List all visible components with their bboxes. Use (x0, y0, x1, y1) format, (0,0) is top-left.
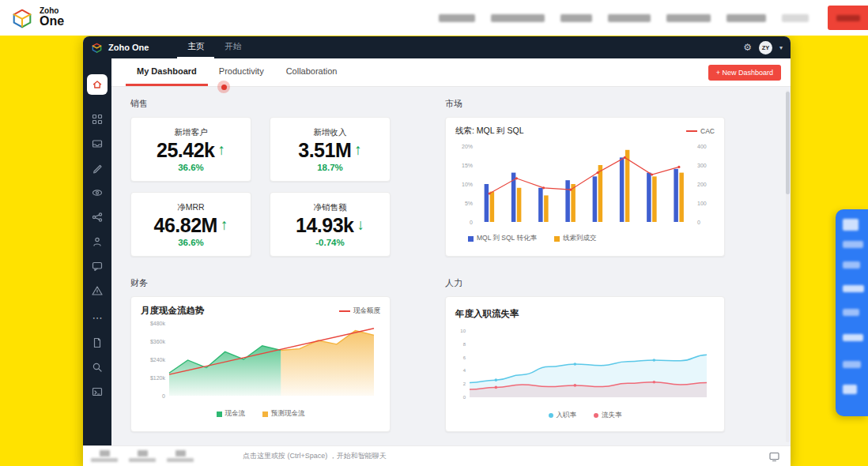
new-dashboard-button[interactable]: + New Dashboard (708, 65, 781, 81)
sidebar-item-views[interactable] (86, 181, 108, 204)
kpi-label: 净MRR (177, 202, 204, 213)
legend-dot-red (594, 413, 598, 418)
hr-chart-card[interactable]: 年度入职流失率 1086420 入职率 流失率 (445, 296, 725, 432)
sidebar-item-console[interactable] (86, 380, 108, 403)
kpi-delta: -0.74% (315, 238, 344, 247)
gear-icon[interactable]: ⚙ (743, 43, 752, 52)
pen-icon (92, 163, 103, 174)
redacted-panel-item (843, 361, 861, 368)
kpi-value: 46.82M (154, 214, 217, 237)
sidebar-item-chat[interactable] (86, 254, 108, 277)
arrow-down-icon: ↓ (357, 216, 364, 234)
kpi-card-new-revenue[interactable]: 新增收入 3.51M↑ 18.7% (270, 117, 391, 182)
kpi-value: 14.93k (296, 214, 353, 237)
file-icon (92, 337, 103, 348)
zoho-one-app-window: Zoho One 主页 开始 ⚙ ZY ▾ (83, 36, 791, 466)
hr-legend: 入职率 流失率 (455, 411, 715, 420)
chat-window-icon[interactable] (769, 451, 779, 465)
redacted-chat-tab[interactable] (129, 450, 156, 462)
marketing-chart-card[interactable]: 线索: MQL 到 SQL CAC 05%10%15%20%0100200300… (445, 117, 725, 257)
redacted-panel-item (843, 385, 857, 394)
hr-line-chart: 1086420 (455, 325, 716, 407)
redacted-chat-tab[interactable] (91, 450, 118, 462)
brand-text: Zoho One (40, 7, 64, 28)
svg-text:$360k: $360k (150, 339, 166, 344)
share-network-icon (92, 212, 103, 223)
redacted-nav-item[interactable] (491, 14, 545, 22)
tab-collaboration[interactable]: Collaboration (275, 58, 349, 86)
legend-label: 预测现金流 (271, 409, 305, 419)
redacted-cta-label (836, 15, 860, 21)
svg-text:4: 4 (463, 368, 466, 373)
app-logo-icon (91, 42, 103, 54)
finance-area-chart: $480k$360k$240k$120k0 (141, 317, 382, 405)
marketing-legend: MQL 到 SQL 转化率 线索到成交 (468, 234, 715, 243)
dashboard-main: My Dashboard Productivity Collaboration … (111, 58, 791, 445)
legend-label: 线索到成交 (563, 234, 597, 243)
tab-productivity[interactable]: Productivity (208, 58, 275, 86)
kpi-label: 新增客户 (175, 127, 208, 138)
svg-text:10%: 10% (462, 182, 473, 187)
redacted-chat-tab[interactable] (167, 450, 194, 462)
redacted-nav-item[interactable] (560, 14, 592, 22)
sidebar-item-inbox[interactable] (86, 132, 108, 155)
svg-text:$480k: $480k (150, 321, 166, 326)
legend-label: 入职率 (557, 411, 577, 420)
blue-side-panel-redacted[interactable] (836, 209, 868, 416)
kpi-delta: 18.7% (317, 163, 343, 172)
sidebar-item-alerts[interactable] (86, 279, 108, 302)
legend-label: 流失率 (602, 411, 622, 420)
redacted-cta-button[interactable] (828, 6, 868, 30)
svg-text:0: 0 (470, 220, 473, 225)
legend-swatch-yellow (262, 412, 268, 417)
legend-swatch-yellow (554, 236, 560, 242)
svg-text:20%: 20% (462, 144, 473, 149)
site-header: Zoho One (0, 0, 868, 36)
redacted-nav-item[interactable] (782, 14, 809, 22)
sidebar-item-search[interactable] (86, 355, 108, 378)
sidebar-item-network[interactable] (86, 205, 108, 228)
svg-text:300: 300 (697, 163, 707, 168)
sidebar-item-people[interactable] (86, 230, 108, 253)
redacted-nav-item[interactable] (666, 14, 711, 22)
chevron-down-icon[interactable]: ▾ (779, 44, 783, 51)
finance-chart-card[interactable]: 月度现金流趋势 现金额度 $480k$360k$240k$120k0 现金流 预… (130, 296, 391, 432)
redacted-nav-item[interactable] (726, 14, 766, 22)
app-name: Zoho One (108, 43, 149, 52)
tab-my-dashboard[interactable]: My Dashboard (126, 58, 208, 86)
svg-text:0: 0 (162, 393, 165, 399)
cac-line-swatch (686, 130, 697, 132)
sidebar-item-home[interactable] (87, 74, 108, 95)
svg-text:5%: 5% (465, 201, 473, 206)
zoho-one-brand[interactable]: Zoho One (10, 6, 64, 30)
sidebar-item-compose[interactable] (86, 156, 108, 179)
titlebar-tabs: 主页 开始 (177, 36, 251, 58)
cac-legend-label: CAC (700, 127, 715, 135)
redacted-panel-item (843, 309, 859, 316)
svg-text:$240k: $240k (150, 357, 166, 363)
smart-chat-bar: 点击这里或按 (Ctrl+Space) ，开始和智能聊天 (83, 445, 791, 466)
titlebar-tab-home[interactable]: 主页 (177, 36, 214, 58)
site-nav-redacted (439, 0, 868, 36)
kpi-card-net-sales[interactable]: 净销售额 14.93k↓ -0.74% (270, 192, 391, 257)
eye-icon (92, 187, 103, 198)
kpi-card-net-mrr[interactable]: 净MRR 46.82M↑ 36.6% (130, 192, 251, 257)
brand-one: One (40, 15, 64, 28)
sidebar-more-button[interactable]: ⋯ (92, 313, 103, 323)
kpi-value: 3.51M (298, 139, 351, 162)
sidebar-item-documents[interactable] (86, 331, 108, 354)
chat-input[interactable]: 点击这里或按 (Ctrl+Space) ，开始和智能聊天 (243, 451, 387, 461)
redacted-nav-item[interactable] (608, 14, 651, 22)
kpi-delta: 36.6% (178, 238, 204, 247)
redacted-nav-item[interactable] (439, 14, 475, 22)
dashboard-tab-bar: My Dashboard Productivity Collaboration … (111, 58, 791, 87)
sidebar-item-apps[interactable] (86, 107, 108, 130)
kpi-delta: 36.6% (178, 163, 204, 172)
redacted-panel-item (843, 241, 863, 248)
user-avatar[interactable]: ZY (759, 41, 772, 54)
terminal-icon (92, 386, 103, 397)
titlebar-tab-start[interactable]: 开始 (214, 36, 251, 58)
search-icon (92, 362, 103, 373)
svg-text:15%: 15% (462, 163, 473, 168)
kpi-card-new-customers[interactable]: 新增客户 25.42k↑ 36.6% (130, 117, 251, 182)
